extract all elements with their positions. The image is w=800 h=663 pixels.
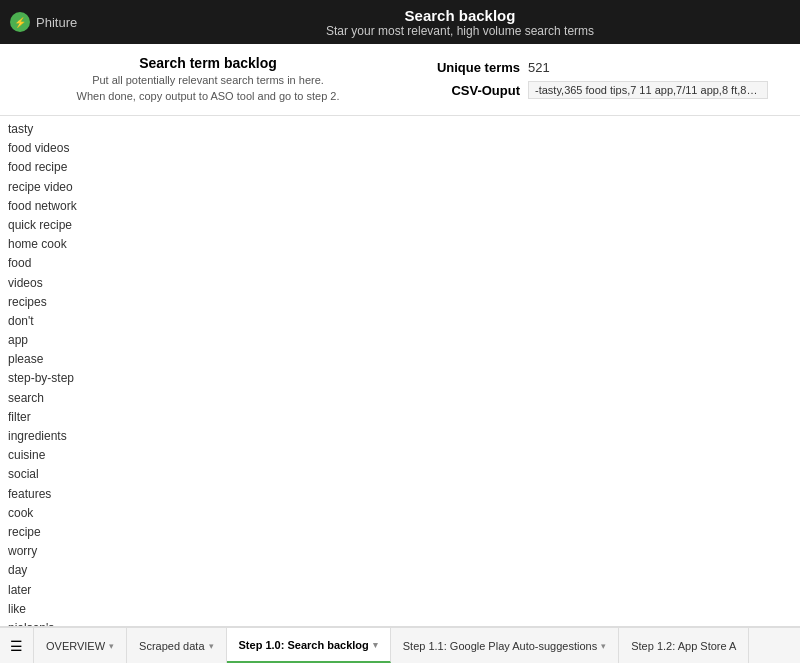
list-item: recipe video — [8, 178, 792, 197]
list-item: cook — [8, 504, 792, 523]
list-item: worry — [8, 542, 792, 561]
chevron-down-icon: ▾ — [601, 641, 606, 651]
tab-overview[interactable]: OVERVIEW▾ — [34, 628, 127, 663]
info-bar: Search term backlog Put all potentially … — [0, 44, 800, 116]
stats-panel: Unique terms 521 CSV-Ouput -tasty,365 fo… — [400, 60, 784, 99]
list-item: recipe — [8, 523, 792, 542]
header-center: Search backlog Star your most relevant, … — [130, 7, 790, 38]
list-item: food — [8, 254, 792, 273]
section-description: Search term backlog Put all potentially … — [16, 55, 400, 104]
list-item: tasty — [8, 120, 792, 139]
list-item: filter — [8, 408, 792, 427]
tab-google-play[interactable]: Step 1.1: Google Play Auto-suggestions▾ — [391, 628, 619, 663]
list-item: nielsen's — [8, 619, 792, 627]
tab-app-store[interactable]: Step 1.2: App Store A — [619, 628, 749, 663]
page-title: Search backlog — [130, 7, 790, 24]
list-item: food network — [8, 197, 792, 216]
csv-row: CSV-Ouput -tasty,365 food tips,7 11 app,… — [400, 81, 784, 99]
top-bar: ⚡ Phiture Search backlog Star your most … — [0, 0, 800, 44]
list-item: cuisine — [8, 446, 792, 465]
chevron-down-icon: ▾ — [109, 641, 114, 651]
list-item: features — [8, 485, 792, 504]
list-item: food videos — [8, 139, 792, 158]
logo-icon: ⚡ — [10, 12, 30, 32]
page-subtitle: Star your most relevant, high volume sea… — [130, 24, 790, 38]
list-item: recipes — [8, 293, 792, 312]
logo-area: ⚡ Phiture — [10, 12, 130, 32]
list-item: app — [8, 331, 792, 350]
tab-scraped-data[interactable]: Scraped data▾ — [127, 628, 226, 663]
list-item: social — [8, 465, 792, 484]
section-title: Search term backlog — [16, 55, 400, 71]
chevron-down-icon: ▾ — [373, 640, 378, 650]
list-item: ingredients — [8, 427, 792, 446]
instruction-text: Put all potentially relevant search term… — [16, 73, 400, 104]
tab-search-backlog[interactable]: Step 1.0: Search backlog▾ — [227, 628, 391, 663]
terms-list: tastyfood videosfood reciperecipe videof… — [0, 116, 800, 627]
list-item: later — [8, 581, 792, 600]
list-item: please — [8, 350, 792, 369]
csv-value: -tasty,365 food tips,7 11 app,7/11 app,8… — [528, 81, 768, 99]
list-item: home cook — [8, 235, 792, 254]
csv-label: CSV-Ouput — [400, 83, 520, 98]
list-item: search — [8, 389, 792, 408]
list-item: step-by-step — [8, 369, 792, 388]
unique-terms-label: Unique terms — [400, 60, 520, 75]
list-item: don't — [8, 312, 792, 331]
unique-terms-value: 521 — [528, 60, 550, 75]
unique-terms-row: Unique terms 521 — [400, 60, 784, 75]
list-item: day — [8, 561, 792, 580]
list-item: like — [8, 600, 792, 619]
chevron-down-icon: ▾ — [209, 641, 214, 651]
list-item: videos — [8, 274, 792, 293]
list-item: food recipe — [8, 158, 792, 177]
tab-bar: ☰ OVERVIEW▾Scraped data▾Step 1.0: Search… — [0, 627, 800, 663]
list-item: quick recipe — [8, 216, 792, 235]
hamburger-button[interactable]: ☰ — [0, 628, 34, 663]
app-name: Phiture — [36, 15, 77, 30]
